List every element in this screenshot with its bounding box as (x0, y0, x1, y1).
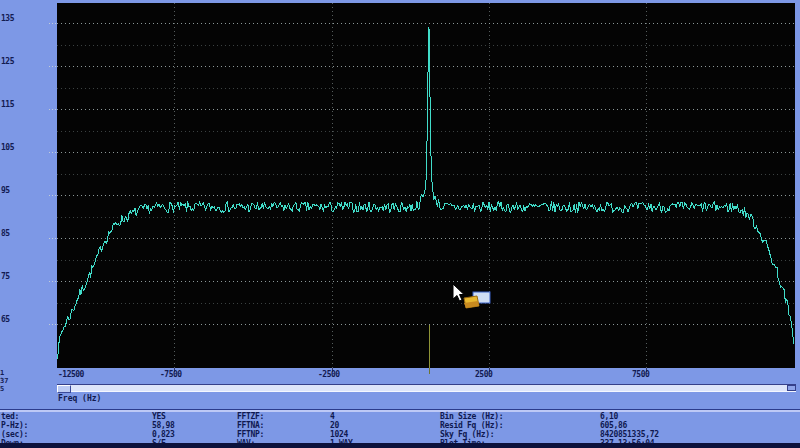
spectrum-plot-area[interactable] (57, 3, 795, 368)
x-tick-label: -12500 (58, 370, 84, 379)
status-left-value: YES (152, 412, 166, 421)
freq-scrollbar-thumb[interactable] (57, 385, 71, 393)
status-fft-label: FFTNP: (237, 430, 264, 439)
status-fft-value: 20 (330, 421, 339, 430)
y-tick-mark (49, 66, 56, 67)
y-tick-label: 85 (1, 229, 21, 238)
freq-scrollbar[interactable] (57, 384, 796, 392)
panel-separator (0, 409, 800, 412)
status-right-label: Resid Fq (Hz): (440, 421, 503, 430)
status-right-value: 8420851335,72 (600, 430, 659, 439)
mouse-cursor-group (452, 284, 494, 312)
y-tick-label: 65 (1, 315, 21, 324)
status-right-label: Bin Size (Hz): (440, 412, 503, 421)
status-right-value: 605,86 (600, 421, 627, 430)
clipped-text-fragment: 37 (0, 378, 8, 385)
x-tick-label: -2500 (318, 370, 340, 379)
y-tick-label: 115 (1, 100, 21, 109)
x-tick-label: 7500 (632, 370, 649, 379)
y-tick-label: 125 (1, 57, 21, 66)
clipped-text-fragment: 5 (0, 386, 4, 393)
y-tick-mark (49, 23, 56, 24)
y-tick-mark (49, 281, 56, 282)
freq-scrollbar-end-handle[interactable] (787, 385, 796, 391)
y-tick-mark (49, 152, 56, 153)
status-right-value: 6,10 (600, 412, 618, 421)
busy-indicator-icon (464, 292, 490, 308)
y-tick-mark (49, 238, 56, 239)
bottom-status-bar (0, 443, 800, 448)
status-fft-label: FFTNA: (237, 421, 264, 430)
arrow-cursor-icon (453, 284, 464, 301)
status-left-label: P-Hz): (1, 421, 28, 430)
status-left-value: 0,823 (152, 430, 175, 439)
status-fft-value: 4 (330, 412, 335, 421)
frequency-marker-line (429, 325, 430, 368)
x-axis-title: Freq (Hz) (58, 394, 101, 403)
status-fft-label: FFTZF: (237, 412, 264, 421)
status-left-label: (sec): (1, 430, 28, 439)
frequency-marker-tick (429, 368, 430, 374)
status-left-value: 58,98 (152, 421, 175, 430)
y-tick-mark (49, 195, 56, 196)
app-frame: 13512511510595857565 -12500-7500-2500250… (0, 0, 800, 448)
y-tick-mark (49, 109, 56, 110)
y-tick-label: 95 (1, 186, 21, 195)
clipped-text-fragment: 1 (0, 370, 4, 377)
x-tick-label: -7500 (160, 370, 182, 379)
status-left-label: ted: (1, 412, 19, 421)
y-tick-mark (49, 324, 56, 325)
y-tick-label: 75 (1, 272, 21, 281)
x-tick-label: 2500 (475, 370, 492, 379)
spectrum-trace (57, 3, 795, 368)
y-tick-label: 105 (1, 143, 21, 152)
status-right-label: Sky Fq (Hz): (440, 430, 494, 439)
status-fft-value: 1024 (330, 430, 348, 439)
y-tick-label: 135 (1, 14, 21, 23)
